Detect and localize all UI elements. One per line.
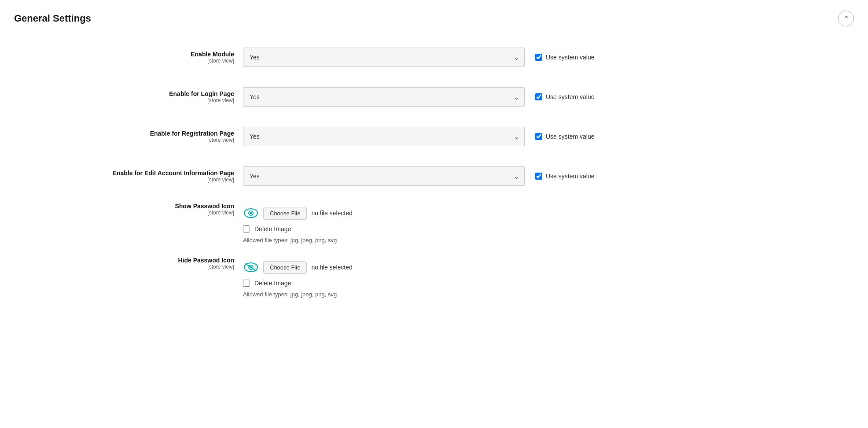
enable-login-row: Enable for Login Page [store view] Yes N… bbox=[14, 84, 854, 110]
enable-registration-row: Enable for Registration Page [store view… bbox=[14, 123, 854, 150]
enable-module-select[interactable]: Yes No bbox=[243, 48, 525, 67]
enable-edit-account-system-value-col: Use system value bbox=[525, 173, 630, 180]
enable-registration-system-value-col: Use system value bbox=[525, 133, 630, 140]
show-password-allowed-types: Allowed file types: jpg, jpeg, png, svg. bbox=[243, 237, 525, 244]
hide-password-icon-row: Hide Passwod Icon [store view] bbox=[14, 257, 854, 298]
enable-login-label-col: Enable for Login Page [store view] bbox=[14, 90, 243, 103]
enable-login-label: Enable for Login Page bbox=[14, 90, 234, 97]
enable-login-control: Yes No ⌄ bbox=[243, 87, 525, 107]
show-password-delete-label: Delete Image bbox=[254, 225, 291, 232]
enable-registration-system-checkbox[interactable] bbox=[535, 133, 542, 140]
eye-closed-icon bbox=[243, 259, 259, 275]
hide-password-delete-label: Delete Image bbox=[254, 280, 291, 287]
enable-login-system-value-col: Use system value bbox=[525, 93, 630, 100]
enable-registration-select-wrapper: Yes No ⌄ bbox=[243, 127, 525, 146]
show-password-delete-checkbox[interactable] bbox=[243, 225, 250, 232]
hide-password-file-upload-area: Choose File no file selected Delete Imag… bbox=[243, 257, 525, 298]
enable-registration-select[interactable]: Yes No bbox=[243, 127, 525, 146]
hide-password-choose-file-button[interactable]: Choose File bbox=[263, 261, 307, 274]
show-password-icon-store-view: [store view] bbox=[14, 210, 234, 216]
hide-password-file-upload-row: Choose File no file selected bbox=[243, 259, 525, 275]
hide-password-allowed-types: Allowed file types: jpg, jpeg, png, svg. bbox=[243, 291, 525, 298]
enable-module-system-checkbox[interactable] bbox=[535, 54, 542, 61]
enable-module-label-col: Enable Module [store view] bbox=[14, 51, 243, 64]
enable-registration-label-col: Enable for Registration Page [store view… bbox=[14, 130, 243, 143]
show-password-icon-label-col: Show Passwod Icon [store view] bbox=[14, 203, 243, 216]
enable-edit-account-system-label: Use system value bbox=[546, 173, 594, 180]
show-password-icon-control: Choose File no file selected Delete Imag… bbox=[243, 203, 525, 244]
enable-edit-account-row: Enable for Edit Account Information Page… bbox=[14, 163, 854, 189]
page-header: General Settings ⌃ bbox=[14, 11, 854, 26]
show-password-no-file-text: no file selected bbox=[311, 210, 352, 217]
enable-module-store-view: [store view] bbox=[14, 58, 234, 64]
enable-edit-account-system-checkbox[interactable] bbox=[535, 173, 542, 180]
enable-edit-account-control: Yes No ⌄ bbox=[243, 166, 525, 186]
hide-password-icon-store-view: [store view] bbox=[14, 264, 234, 270]
enable-edit-account-select-wrapper: Yes No ⌄ bbox=[243, 166, 525, 186]
hide-password-delete-checkbox[interactable] bbox=[243, 280, 250, 287]
enable-edit-account-store-view: [store view] bbox=[14, 177, 234, 183]
enable-login-select-wrapper: Yes No ⌄ bbox=[243, 87, 525, 107]
enable-login-store-view: [store view] bbox=[14, 97, 234, 103]
eye-open-icon bbox=[243, 205, 259, 221]
hide-password-icon-control: Choose File no file selected Delete Imag… bbox=[243, 257, 525, 298]
enable-module-row: Enable Module [store view] Yes No ⌄ Use … bbox=[14, 44, 854, 70]
show-password-delete-row: Delete Image bbox=[243, 225, 525, 232]
svg-point-2 bbox=[250, 212, 252, 214]
hide-password-icon-label-col: Hide Passwod Icon [store view] bbox=[14, 257, 243, 270]
hide-password-icon-label: Hide Passwod Icon bbox=[14, 257, 234, 264]
enable-login-system-checkbox[interactable] bbox=[535, 93, 542, 100]
hide-password-no-file-text: no file selected bbox=[311, 264, 352, 271]
show-password-icon-label: Show Passwod Icon bbox=[14, 203, 234, 210]
enable-edit-account-label-col: Enable for Edit Account Information Page… bbox=[14, 170, 243, 183]
enable-edit-account-select[interactable]: Yes No bbox=[243, 166, 525, 186]
enable-registration-label: Enable for Registration Page bbox=[14, 130, 234, 137]
enable-module-label: Enable Module bbox=[14, 51, 234, 58]
show-password-choose-file-button[interactable]: Choose File bbox=[263, 207, 307, 220]
collapse-button[interactable]: ⌃ bbox=[838, 11, 854, 26]
show-password-file-upload-row: Choose File no file selected bbox=[243, 205, 525, 221]
enable-registration-store-view: [store view] bbox=[14, 137, 234, 143]
enable-login-system-label: Use system value bbox=[546, 93, 594, 100]
enable-module-select-wrapper: Yes No ⌄ bbox=[243, 48, 525, 67]
enable-edit-account-label: Enable for Edit Account Information Page bbox=[14, 170, 234, 177]
page-title: General Settings bbox=[14, 13, 91, 24]
enable-module-system-value-col: Use system value bbox=[525, 54, 630, 61]
show-password-file-upload-area: Choose File no file selected Delete Imag… bbox=[243, 203, 525, 244]
page-container: General Settings ⌃ Enable Module [store … bbox=[0, 0, 868, 428]
hide-password-delete-row: Delete Image bbox=[243, 280, 525, 287]
show-password-icon-row: Show Passwod Icon [store view] bbox=[14, 203, 854, 244]
enable-module-system-label: Use system value bbox=[546, 54, 594, 61]
settings-form: Enable Module [store view] Yes No ⌄ Use … bbox=[14, 44, 854, 298]
enable-registration-control: Yes No ⌄ bbox=[243, 127, 525, 146]
enable-registration-system-label: Use system value bbox=[546, 133, 594, 140]
enable-login-select[interactable]: Yes No bbox=[243, 87, 525, 107]
enable-module-control: Yes No ⌄ bbox=[243, 48, 525, 67]
